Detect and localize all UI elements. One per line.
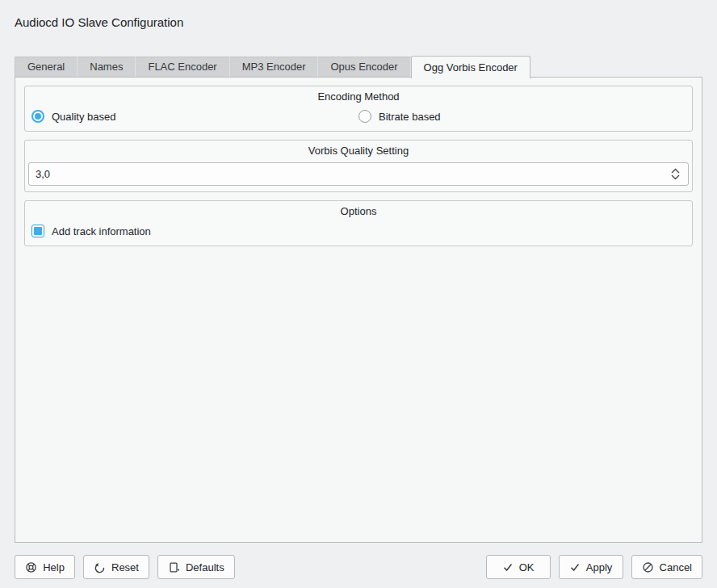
encoding-method-options: Quality based Bitrate based [25, 106, 692, 131]
dialog-button-box: Help Reset Defaults [15, 555, 702, 579]
undo-arrow-icon [94, 561, 106, 573]
chevron-up-icon[interactable] [671, 168, 680, 174]
tab-names[interactable]: Names [78, 57, 136, 77]
radio-bitrate-based-label: Bitrate based [379, 111, 441, 123]
tab-flac-encoder[interactable]: FLAC Encoder [136, 57, 229, 77]
options-group: Options Add track information [24, 200, 693, 246]
radio-quality-based-label: Quality based [52, 111, 116, 123]
tab-ogg-vorbis-encoder[interactable]: Ogg Vorbis Encoder [411, 56, 530, 78]
tab-bar: General Names FLAC Encoder MP3 Encoder O… [15, 55, 530, 78]
left-button-group: Help Reset Defaults [15, 555, 235, 579]
tab-opus-encoder[interactable]: Opus Encoder [318, 57, 410, 77]
audiocd-config-dialog: { "window": { "title": "Audiocd IO Slave… [0, 0, 717, 588]
vorbis-quality-spinbox[interactable]: 3,0 [28, 162, 689, 186]
check-icon [569, 561, 581, 573]
radio-bitrate-based-icon[interactable] [358, 110, 371, 123]
defaults-button[interactable]: Defaults [157, 555, 235, 579]
checkbox-option-add-track-info[interactable]: Add track information [31, 225, 686, 237]
ok-button-label: OK [519, 561, 535, 573]
radio-option-bitrate-based[interactable]: Bitrate based [358, 110, 686, 123]
apply-button-label: Apply [586, 561, 613, 573]
cancel-button-label: Cancel [660, 561, 692, 573]
checkbox-add-track-info-label: Add track information [52, 225, 151, 237]
tab-general[interactable]: General [15, 57, 78, 77]
reset-button-label: Reset [111, 561, 139, 573]
lifebuoy-help-icon [25, 561, 37, 573]
vorbis-quality-group: Vorbis Quality Setting 3,0 [24, 140, 693, 192]
vorbis-quality-value[interactable]: 3,0 [29, 168, 665, 180]
apply-button[interactable]: Apply [559, 555, 623, 579]
right-button-group: OK Apply Cancel [486, 555, 702, 579]
encoding-method-group: Encoding Method Quality based Bitrate ba… [24, 86, 693, 132]
spinbox-stepper[interactable] [665, 168, 688, 180]
vorbis-quality-group-title: Vorbis Quality Setting [25, 141, 692, 160]
document-revert-icon [168, 561, 180, 573]
ok-button[interactable]: OK [486, 555, 551, 579]
no-entry-icon [642, 561, 654, 573]
reset-button[interactable]: Reset [83, 555, 149, 579]
radio-option-quality-based[interactable]: Quality based [31, 110, 358, 123]
help-button[interactable]: Help [15, 555, 75, 579]
tab-content-pane: Encoding Method Quality based Bitrate ba… [15, 77, 702, 543]
radio-quality-based-icon[interactable] [31, 110, 44, 123]
tab-mp3-encoder[interactable]: MP3 Encoder [230, 57, 319, 77]
encoding-method-group-title: Encoding Method [25, 86, 692, 106]
dialog-title: Audiocd IO Slave Configuration [15, 15, 183, 29]
options-group-title: Options [25, 201, 692, 220]
defaults-button-label: Defaults [186, 561, 224, 573]
check-icon [502, 561, 514, 573]
checkbox-add-track-info-icon[interactable] [31, 225, 44, 237]
cancel-button[interactable]: Cancel [631, 555, 702, 579]
chevron-down-icon[interactable] [671, 174, 680, 180]
help-button-label: Help [43, 561, 65, 573]
options-row: Add track information [25, 220, 692, 246]
